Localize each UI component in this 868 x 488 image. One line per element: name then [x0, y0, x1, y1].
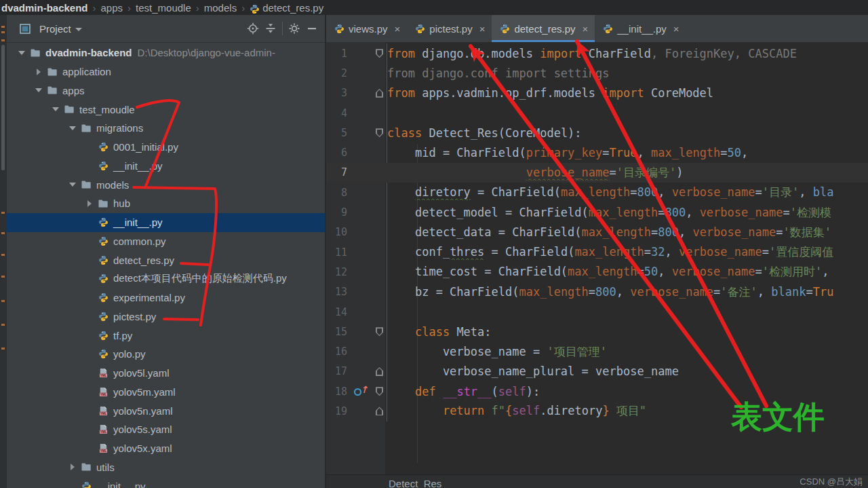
breadcrumb-item[interactable]: detect_res.py — [262, 2, 323, 14]
tree-item-models[interactable]: models — [7, 175, 325, 194]
overriding-method-icon[interactable]: ↑ — [354, 386, 366, 397]
code-line-9[interactable]: 9 detect_model = CharField(max_length=80… — [326, 202, 868, 222]
tree-item-experimental.py[interactable]: experimental.py — [7, 288, 325, 307]
tree-item-yolo.py[interactable]: yolo.py — [7, 345, 325, 364]
stripe-mark — [1, 26, 5, 28]
editor-content[interactable]: 1from django.db.models import CharField,… — [326, 42, 868, 475]
code-line-13[interactable]: 13 bz = CharField(max_length=800, verbos… — [326, 282, 868, 302]
tree-item-label: experimental.py — [113, 292, 185, 303]
chevron-down-icon[interactable] — [75, 28, 82, 31]
tree-item-detect_.py[interactable]: detect本项目代码中的原始检测代码.py — [7, 269, 325, 288]
code-line-12[interactable]: 12 time_cost = CharField(max_length=50, … — [326, 262, 868, 282]
tree-item-migrations[interactable]: migrations — [7, 119, 325, 138]
tab-close-icon[interactable]: × — [673, 23, 679, 35]
code-line-11[interactable]: 11 conf_thres = CharField(max_length=32,… — [326, 242, 868, 262]
breadcrumb-item[interactable]: dvadmin-backend — [1, 2, 88, 14]
chevron-expanded-icon[interactable] — [49, 107, 62, 111]
top-breadcrumb-bar: dvadmin-backend›apps›test_moudle›models›… — [0, 0, 868, 15]
chevron-collapsed-icon[interactable] — [66, 464, 79, 470]
tab-close-icon[interactable]: × — [479, 23, 486, 35]
tree-item-yolov5n.yaml[interactable]: YMLyolov5n.yaml — [7, 401, 325, 420]
project-view-icon — [16, 20, 34, 37]
chevron-collapsed-icon[interactable] — [32, 69, 45, 75]
tree-item-tf.py[interactable]: tf.py — [7, 326, 325, 345]
breadcrumb-item[interactable]: test_moudle — [136, 2, 191, 14]
bottom-breadcrumb[interactable]: Detect_Res — [389, 478, 441, 488]
stripe-scroll-band — [1, 45, 5, 170]
tree-item-__init__.py[interactable]: __init__.py — [7, 157, 325, 176]
chevron-expanded-icon[interactable] — [66, 183, 79, 187]
tree-item-dvadmin-backend[interactable]: dvadmin-backendD:\Desktop\django-vue-adm… — [7, 43, 325, 62]
tree-item-label: yolov5n.yaml — [113, 405, 173, 417]
code-line-1[interactable]: 1from django.db.models import CharField,… — [326, 43, 868, 63]
tree-item-pictest.py[interactable]: pictest.py — [7, 307, 325, 326]
tab-__init__.py[interactable]: __init__.py× — [595, 15, 686, 42]
chevron-expanded-icon[interactable] — [32, 88, 45, 92]
fold-marker[interactable] — [347, 89, 385, 98]
tree-item-label: 0001_initial.py — [113, 141, 178, 153]
tree-item-yolov5l.yaml[interactable]: YMLyolov5l.yaml — [7, 364, 325, 383]
tree-item-yolov5x.yaml[interactable]: YMLyolov5x.yaml — [7, 439, 325, 458]
code-line-2[interactable]: 2from django.conf import settings — [326, 63, 868, 83]
fold-marker[interactable] — [347, 49, 385, 58]
code-line-18[interactable]: 18↑ def __str__(self): — [326, 381, 868, 401]
chevron-expanded-icon[interactable] — [15, 51, 28, 55]
svg-text:YML: YML — [100, 430, 106, 434]
tree-item-common.py[interactable]: common.py — [7, 232, 325, 251]
tree-item-__init__.py[interactable]: __init__.py — [7, 213, 325, 232]
line-number: 14 — [326, 306, 347, 318]
tree-item-0001_initial.py[interactable]: 0001_initial.py — [7, 138, 325, 157]
gear-icon[interactable] — [285, 20, 303, 37]
collapse-all-icon[interactable] — [262, 20, 279, 37]
tree-item-__init__.py[interactable]: __init__.py — [7, 476, 325, 488]
fold-marker[interactable] — [347, 128, 385, 137]
tab-close-icon[interactable]: × — [583, 23, 589, 35]
line-number: 12 — [326, 266, 347, 278]
code-line-7[interactable]: 7 verbose_name='目录编号') — [326, 163, 868, 183]
stripe-mark — [1, 300, 5, 302]
tab-views.py[interactable]: views.py× — [326, 15, 407, 42]
fold-marker[interactable] — [347, 327, 385, 336]
code-line-17[interactable]: 17 verbose_name_plural = verbose_name — [326, 362, 868, 381]
tree-item-apps[interactable]: apps — [7, 81, 325, 100]
tab-detect_res.py[interactable]: detect_res.py× — [492, 15, 595, 42]
tree-item-application[interactable]: application — [7, 62, 325, 81]
tree-item-yolov5s.yaml[interactable]: YMLyolov5s.yaml — [7, 420, 325, 439]
project-panel-title[interactable]: Project — [39, 23, 71, 35]
breadcrumb-item[interactable]: models — [204, 2, 237, 14]
fold-marker[interactable] — [347, 367, 385, 376]
locate-file-icon[interactable] — [244, 20, 262, 37]
breadcrumb-item[interactable]: apps — [101, 2, 123, 14]
tree-item-label: application — [62, 66, 111, 77]
svg-text:YML: YML — [100, 449, 106, 453]
code-line-8[interactable]: 8 diretory = CharField(max_length=800, v… — [326, 183, 868, 202]
code-line-6[interactable]: 6 mid = CharField(primary_key=True, max_… — [326, 143, 868, 162]
tree-item-hub[interactable]: hub — [7, 194, 325, 213]
tree-item-test_moudle[interactable]: test_moudle — [7, 100, 325, 119]
yaml-file-icon: YML — [96, 368, 110, 378]
chevron-collapsed-icon[interactable] — [83, 200, 96, 207]
breadcrumb-separator: › — [196, 2, 199, 14]
tab-close-icon[interactable]: × — [395, 23, 401, 35]
panel-editor-splitter[interactable] — [325, 15, 326, 488]
tree-item-yolov5m.yaml[interactable]: YMLyolov5m.yaml — [7, 383, 325, 402]
code-line-15[interactable]: 15 class Meta: — [326, 322, 868, 341]
chevron-expanded-icon[interactable] — [66, 126, 79, 130]
tree-item-utils[interactable]: utils — [7, 458, 325, 477]
code-line-14[interactable]: 14 — [326, 302, 868, 322]
tree-item-detect_res.py[interactable]: detect_res.py — [7, 250, 325, 269]
code-line-4[interactable]: 4 — [326, 103, 868, 123]
tab-pictest.py[interactable]: pictest.py× — [407, 15, 492, 42]
line-number: 19 — [326, 405, 347, 417]
fold-marker[interactable] — [347, 407, 385, 415]
code-line-16[interactable]: 16 verbose_name = '项目管理' — [326, 341, 868, 361]
code-line-10[interactable]: 10 detect_data = CharField(max_length=80… — [326, 223, 868, 242]
hide-panel-icon[interactable] — [303, 20, 321, 37]
code-line-3[interactable]: 3from apps.vadmin.op_drf.models import C… — [326, 83, 868, 103]
stripe-mark — [1, 39, 5, 41]
left-toolwindow-stripe — [0, 15, 7, 488]
tree-item-label: __init__.py — [113, 160, 163, 172]
code-line-19[interactable]: 19 return f"{self.diretory} 项目" — [326, 401, 868, 421]
code-line-5[interactable]: 5class Detect_Res(CoreModel): — [326, 123, 868, 143]
tab-label: pictest.py — [429, 23, 472, 35]
